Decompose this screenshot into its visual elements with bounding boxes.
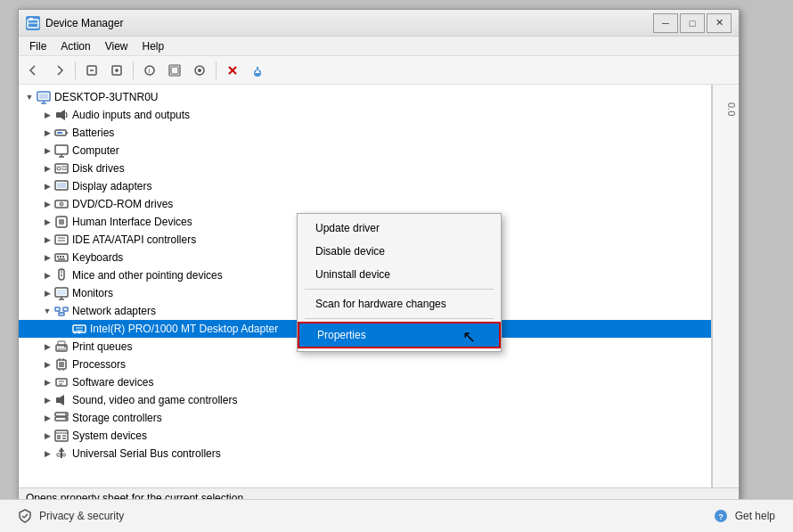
system-expand-icon[interactable]: ▶ [40, 429, 54, 443]
tree-item-usb[interactable]: ▶ Universal Serial Bus controllers [19, 445, 711, 462]
network-expand-icon[interactable]: ▼ [40, 304, 54, 318]
storage-expand-icon[interactable]: ▶ [40, 411, 54, 425]
processors-expand-icon[interactable]: ▶ [40, 357, 54, 372]
back-button[interactable] [22, 59, 45, 82]
title-bar: Device Manager ─ □ ✕ [19, 10, 739, 37]
svg-point-13 [198, 69, 201, 72]
usb-expand-icon[interactable]: ▶ [40, 446, 54, 461]
system-label: System devices [72, 430, 147, 442]
svg-rect-47 [62, 256, 64, 258]
menu-view[interactable]: View [98, 38, 135, 54]
privacy-icon [18, 509, 32, 523]
ctx-disable-device[interactable]: Disable device [298, 240, 501, 263]
computer-label: Computer [72, 144, 119, 157]
menu-action[interactable]: Action [53, 38, 97, 54]
batteries-expand-icon[interactable]: ▶ [40, 126, 54, 140]
remove-button[interactable] [221, 59, 244, 82]
update-driver-button[interactable] [163, 59, 186, 82]
collapse-button[interactable] [80, 59, 103, 82]
dvd-expand-icon[interactable]: ▶ [40, 197, 54, 211]
ctx-scan-hardware[interactable]: Scan for hardware changes [298, 292, 501, 315]
display-icon [54, 179, 69, 193]
dvd-icon [54, 197, 69, 211]
expand-button[interactable] [105, 59, 128, 82]
disk-icon [54, 161, 69, 176]
svg-point-38 [61, 203, 62, 205]
tree-item-display[interactable]: ▶ Display adapters [19, 177, 711, 195]
help-button[interactable] [246, 59, 269, 82]
svg-rect-26 [57, 132, 62, 134]
svg-point-81 [65, 413, 67, 415]
tree-root[interactable]: ▼ DESKTOP-3UTNR0U [19, 88, 711, 106]
svg-rect-22 [39, 94, 48, 99]
close-button[interactable]: ✕ [707, 13, 732, 33]
svg-rect-35 [57, 183, 66, 188]
context-menu: Update driver Disable device Uninstall d… [297, 213, 502, 352]
tree-item-audio[interactable]: ▶ Audio inputs and outputs [19, 106, 711, 124]
processors-label: Processors [72, 358, 126, 371]
taskbar-left[interactable]: Privacy & security [18, 509, 124, 523]
keyboards-expand-icon[interactable]: ▶ [40, 250, 54, 265]
print-expand-icon[interactable]: ▶ [40, 340, 54, 354]
intel-adapter-label: Intel(R) PRO/1000 MT Desktop Adapter [90, 323, 278, 335]
svg-rect-25 [66, 132, 68, 134]
menu-file[interactable]: File [22, 38, 53, 54]
mice-expand-icon[interactable]: ▶ [40, 268, 54, 282]
hid-expand-icon[interactable]: ▶ [40, 215, 54, 229]
svg-rect-56 [63, 307, 68, 311]
ide-expand-icon[interactable]: ▶ [40, 233, 54, 247]
keyboards-icon [54, 250, 69, 265]
toolbar-sep-2 [133, 61, 134, 79]
monitors-expand-icon[interactable]: ▶ [40, 286, 54, 300]
svg-rect-23 [56, 112, 61, 118]
menu-help[interactable]: Help [135, 38, 172, 54]
computer-expand-icon[interactable]: ▶ [40, 143, 54, 158]
tree-item-dvd[interactable]: ▶ DVD/CD-ROM drives [19, 195, 711, 213]
sound-expand-icon[interactable]: ▶ [40, 393, 54, 407]
svg-point-31 [57, 167, 61, 170]
tree-item-storage[interactable]: ▶ Storage controllers [19, 409, 711, 427]
audio-label: Audio inputs and outputs [72, 109, 190, 121]
svg-point-91 [63, 454, 66, 456]
tree-item-disk[interactable]: ▶ Disk drives [19, 160, 711, 177]
tree-item-computer[interactable]: ▶ Computer [19, 142, 711, 160]
display-expand-icon[interactable]: ▶ [40, 179, 54, 193]
svg-line-93 [22, 516, 24, 518]
taskbar-right[interactable]: ? Get help [714, 509, 775, 523]
disk-expand-icon[interactable]: ▶ [40, 161, 54, 176]
sound-label: Sound, video and game controllers [72, 394, 237, 406]
audio-icon [54, 108, 69, 122]
tree-item-processors[interactable]: ▶ Processors [19, 356, 711, 373]
window-icon [26, 16, 40, 30]
sound-icon [54, 393, 69, 407]
menu-bar: File Action View Help [19, 37, 739, 56]
ctx-uninstall-device[interactable]: Uninstall device [298, 263, 501, 286]
forward-button[interactable] [47, 59, 70, 82]
tree-item-batteries[interactable]: ▶ Batteries [19, 124, 711, 142]
maximize-button[interactable]: □ [680, 13, 705, 33]
audio-expand-icon[interactable]: ▶ [40, 108, 54, 122]
svg-point-64 [78, 331, 81, 334]
mice-label: Mice and other pointing devices [72, 269, 223, 282]
scan-button[interactable] [188, 59, 211, 82]
tree-item-system[interactable]: ▶ System devices [19, 427, 711, 445]
svg-text:i: i [149, 67, 151, 75]
root-expand-icon[interactable]: ▼ [22, 90, 37, 104]
hid-label: Human Interface Devices [72, 216, 192, 228]
ctx-update-driver[interactable]: Update driver [298, 217, 501, 240]
monitors-icon [54, 286, 69, 300]
minimize-button[interactable]: ─ [653, 13, 678, 33]
software-expand-icon[interactable]: ▶ [40, 375, 54, 389]
svg-rect-85 [57, 435, 61, 439]
storage-icon [54, 411, 69, 425]
tree-item-software[interactable]: ▶ Software devices [19, 373, 711, 391]
tree-item-sound[interactable]: ▶ Sound, video and game controllers [19, 391, 711, 409]
toolbar: i [19, 56, 739, 85]
properties-button[interactable]: i [138, 59, 161, 82]
taskbar-privacy-text[interactable]: Privacy & security [39, 510, 124, 522]
svg-rect-27 [55, 145, 68, 154]
window-title: Device Manager [45, 17, 653, 29]
ctx-properties[interactable]: Properties [298, 322, 501, 348]
mice-icon [54, 268, 69, 282]
taskbar-help-text[interactable]: Get help [735, 510, 775, 522]
